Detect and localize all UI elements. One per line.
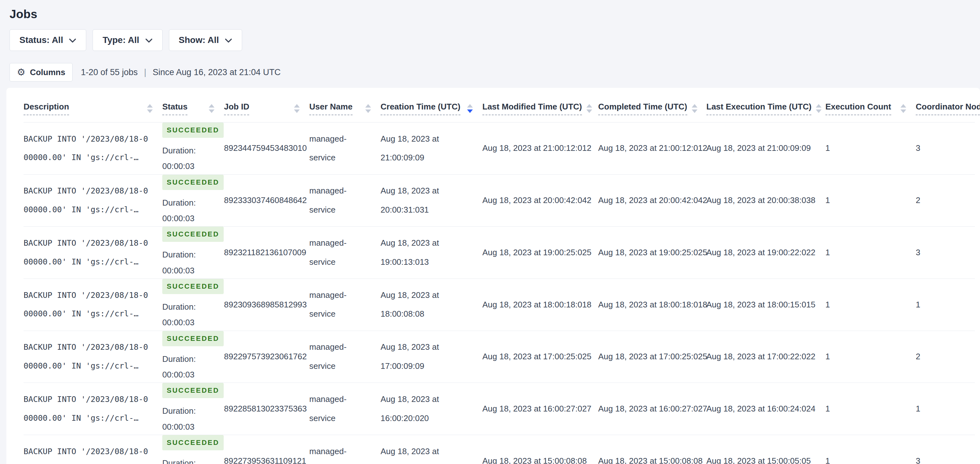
sort-arrows-icon[interactable] <box>586 104 592 113</box>
completed-time-cell: Aug 18, 2023 at 21:00:12:012 <box>598 123 706 175</box>
duration-value: 00:00:03 <box>162 367 213 383</box>
creation-time-cell: Aug 18, 2023 at 17:00:09:09 <box>380 331 482 383</box>
coordinator-node-cell: 2 <box>916 331 975 383</box>
sort-asc-icon <box>209 104 215 108</box>
job-id-cell: 892297573923061762 <box>224 331 309 383</box>
sort-arrows-icon[interactable] <box>294 104 300 113</box>
job-id-cell: 892333037460848642 <box>224 174 309 226</box>
gear-icon: ⚙ <box>17 67 25 77</box>
user-name-cell: managed-service <box>309 174 380 226</box>
job-id-cell: 892285813023375363 <box>224 383 309 435</box>
sort-arrows-icon[interactable] <box>467 104 473 113</box>
show-filter-button[interactable]: Show: All <box>169 29 242 51</box>
status-filter-button[interactable]: Status: All <box>10 29 86 51</box>
execution-count-cell: 1 <box>826 279 916 331</box>
user-name-cell: managed-service <box>309 383 380 435</box>
sort-desc-icon <box>209 110 215 113</box>
column-header-last-execution-time-utc: Last Execution Time (UTC) <box>706 91 826 123</box>
last-execution-time-cell: Aug 18, 2023 at 16:00:24:024 <box>706 383 826 435</box>
user-name-cell: managed-service <box>309 123 380 175</box>
table-header-row: DescriptionStatusJob IDUser NameCreation… <box>24 91 975 123</box>
completed-time-cell: Aug 18, 2023 at 17:00:25:025 <box>598 331 706 383</box>
user-name-cell: managed-service <box>309 226 380 279</box>
sort-desc-icon <box>816 110 821 113</box>
column-header-label[interactable]: Execution Count <box>826 102 891 115</box>
jobs-table: DescriptionStatusJob IDUser NameCreation… <box>24 91 975 464</box>
column-header-label[interactable]: Job ID <box>224 102 249 115</box>
duration-label: Duration: <box>162 403 213 419</box>
chevron-down-icon <box>224 38 232 43</box>
type-filter-button[interactable]: Type: All <box>92 29 162 51</box>
description-cell: BACKUP INTO '/2023/08/18-000000.00' IN '… <box>24 331 162 383</box>
duration-value: 00:00:03 <box>162 263 213 279</box>
column-header-label[interactable]: Coordinator Node <box>916 102 980 115</box>
coordinator-node-cell: 1 <box>916 279 975 331</box>
table-row: BACKUP INTO '/2023/08/18-000000.00' IN '… <box>24 174 975 226</box>
last-modified-time-cell: Aug 18, 2023 at 18:00:18:018 <box>482 279 598 331</box>
sort-desc-icon <box>692 110 697 113</box>
creation-time-cell: Aug 18, 2023 at 21:00:09:09 <box>380 123 482 175</box>
creation-time-cell: Aug 18, 2023 at 20:00:31:031 <box>380 174 482 226</box>
jobs-count-text: 1-20 of 55 jobs <box>81 67 138 77</box>
duration-value: 00:00:03 <box>162 158 213 174</box>
toolbar: ⚙ Columns 1-20 of 55 jobs | Since Aug 16… <box>10 63 980 81</box>
column-header-coordinator-node: Coordinator Node <box>916 91 975 123</box>
sort-arrows-icon[interactable] <box>147 104 153 113</box>
duration-value: 00:00:03 <box>162 210 213 226</box>
description-cell: BACKUP INTO '/2023/08/18-000000.00' IN '… <box>24 279 162 331</box>
column-header-label[interactable]: Description <box>24 102 69 115</box>
since-text: Since Aug 16, 2023 at 21:04 UTC <box>153 67 281 77</box>
column-header-completed-time-utc: Completed Time (UTC) <box>598 91 706 123</box>
sort-asc-icon <box>900 104 906 108</box>
summary-separator: | <box>144 67 146 77</box>
filter-label: Show: All <box>179 35 219 45</box>
columns-button[interactable]: ⚙ Columns <box>10 63 73 81</box>
creation-time-cell: Aug 18, 2023 at 15:00:00:00 <box>380 435 482 464</box>
status-cell: SUCCEEDEDDuration:00:00:03 <box>162 174 224 226</box>
job-description: BACKUP INTO '/2023/08/18-000000.00' IN '… <box>24 182 150 219</box>
sort-desc-icon <box>900 110 906 113</box>
execution-count-cell: 1 <box>826 383 916 435</box>
column-header-label[interactable]: Last Execution Time (UTC) <box>706 102 811 115</box>
sort-arrows-icon[interactable] <box>209 104 215 113</box>
column-header-label[interactable]: Creation Time (UTC) <box>380 102 460 115</box>
last-modified-time-cell: Aug 18, 2023 at 17:00:25:025 <box>482 331 598 383</box>
execution-count-cell: 1 <box>826 226 916 279</box>
coordinator-node-cell: 3 <box>916 123 975 175</box>
table-row: BACKUP INTO '/2023/08/18-000000.00' IN '… <box>24 226 975 279</box>
last-execution-time-cell: Aug 18, 2023 at 19:00:22:022 <box>706 226 826 279</box>
chevron-down-icon <box>145 38 153 43</box>
sort-arrows-icon[interactable] <box>365 104 371 113</box>
execution-count-cell: 1 <box>826 435 916 464</box>
sort-asc-icon <box>586 104 592 108</box>
table-row: BACKUP INTO '/2023/08/18-000000.00' IN '… <box>24 123 975 175</box>
last-modified-time-cell: Aug 18, 2023 at 19:00:25:025 <box>482 226 598 279</box>
filter-bar: Status: AllType: AllShow: All <box>10 29 980 51</box>
status-badge: SUCCEEDED <box>162 175 224 190</box>
column-header-label[interactable]: Status <box>162 102 188 115</box>
last-execution-time-cell: Aug 18, 2023 at 17:00:22:022 <box>706 331 826 383</box>
sort-arrows-icon[interactable] <box>900 104 906 113</box>
column-header-label[interactable]: User Name <box>309 102 353 115</box>
status-badge: SUCCEEDED <box>162 123 224 138</box>
sort-asc-icon <box>816 104 821 108</box>
status-badge: SUCCEEDED <box>162 279 224 294</box>
duration-label: Duration: <box>162 351 213 367</box>
coordinator-node-cell: 1 <box>916 383 975 435</box>
job-id-cell: 892321182136107009 <box>224 226 309 279</box>
creation-time-cell: Aug 18, 2023 at 19:00:13:013 <box>380 226 482 279</box>
column-header-label[interactable]: Completed Time (UTC) <box>598 102 687 115</box>
sort-arrows-icon[interactable] <box>816 104 821 113</box>
column-header-label[interactable]: Last Modified Time (UTC) <box>482 102 582 115</box>
job-description: BACKUP INTO '/2023/08/18-000000.00' IN '… <box>24 286 150 324</box>
sort-arrows-icon[interactable] <box>692 104 697 113</box>
status-badge: SUCCEEDED <box>162 383 224 398</box>
status-badge: SUCCEEDED <box>162 226 224 242</box>
coordinator-node-cell: 3 <box>916 226 975 279</box>
job-id-cell: 892273953631109121 <box>224 435 309 464</box>
description-cell: BACKUP INTO '/2023/08/18-000000.00' IN '… <box>24 123 162 175</box>
columns-button-label: Columns <box>30 67 65 77</box>
status-cell: SUCCEEDEDDuration:00:00:03 <box>162 331 224 383</box>
column-header-job-id: Job ID <box>224 91 309 123</box>
status-cell: SUCCEEDEDDuration:00:00:03 <box>162 383 224 435</box>
